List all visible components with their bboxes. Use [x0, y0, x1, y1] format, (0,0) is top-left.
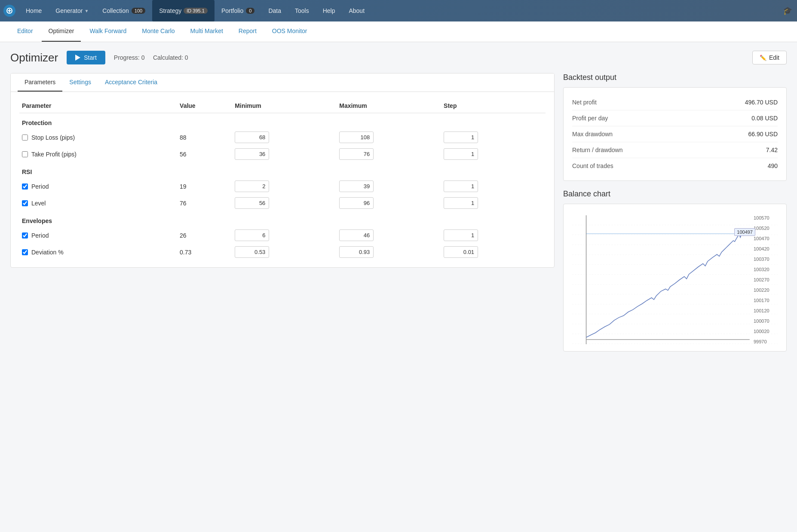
nav-data[interactable]: Data: [261, 0, 288, 21]
portfolio-badge: 0: [246, 8, 254, 14]
panel-tab-settings[interactable]: Settings: [62, 73, 98, 92]
col-value: Value: [177, 99, 232, 113]
param-max-input[interactable]: [339, 131, 374, 143]
strategy-id-badge: ID 395.1: [184, 8, 208, 14]
param-max-cell: [337, 244, 441, 260]
tab-report[interactable]: Report: [232, 21, 264, 42]
play-icon: [75, 55, 80, 61]
backtest-title: Backtest output: [563, 73, 787, 82]
table-row: Stop Loss (pips) 88: [19, 129, 546, 146]
param-min-input[interactable]: [235, 197, 269, 209]
param-step-input[interactable]: [444, 229, 478, 241]
col-parameter: Parameter: [19, 99, 177, 113]
param-name-cell: Take Profit (pips): [19, 146, 177, 162]
chart-y-label: 100570: [754, 215, 776, 220]
param-min-input[interactable]: [235, 148, 269, 160]
backtest-row: Return / drawdown 7.42: [572, 142, 778, 158]
home-circle-icon[interactable]: [3, 5, 15, 17]
chart-y-label: 100070: [754, 318, 776, 324]
panel-tabs: Parameters Settings Acceptance Criteria: [11, 73, 554, 92]
param-max-input[interactable]: [339, 148, 374, 160]
param-value-cell: 88: [177, 129, 232, 146]
backtest-panel: Net profit 496.70 USD Profit per day 0.0…: [563, 87, 787, 181]
backtest-value: 0.08 USD: [751, 115, 778, 122]
backtest-value: 7.42: [766, 147, 778, 153]
chart-y-label: 100470: [754, 236, 776, 241]
param-step-cell: [441, 227, 546, 244]
param-checkbox[interactable]: [22, 183, 28, 190]
backtest-label: Profit per day: [572, 115, 608, 122]
user-icon: 🎓: [782, 5, 794, 17]
param-max-input[interactable]: [339, 229, 374, 241]
table-row: Deviation % 0.73: [19, 244, 546, 260]
param-min-input[interactable]: [235, 180, 269, 192]
param-min-cell: [232, 178, 337, 195]
param-step-input[interactable]: [444, 148, 478, 160]
backtest-label: Return / drawdown: [572, 147, 623, 153]
chart-y-label: 100270: [754, 277, 776, 282]
param-step-input[interactable]: [444, 197, 478, 209]
backtest-label: Net profit: [572, 99, 597, 106]
param-min-cell: [232, 244, 337, 260]
tab-editor[interactable]: Editor: [10, 21, 40, 42]
param-checkbox[interactable]: [22, 232, 28, 238]
param-max-input[interactable]: [339, 180, 374, 192]
backtest-row: Count of trades 490: [572, 158, 778, 174]
param-min-cell: [232, 146, 337, 162]
backtest-value: 496.70 USD: [745, 99, 778, 106]
nav-home[interactable]: Home: [19, 0, 49, 21]
chart-y-label: 99970: [754, 339, 776, 344]
panel-body: Parameter Value Minimum Maximum Step Pro…: [11, 92, 554, 267]
param-max-input[interactable]: [339, 246, 374, 258]
nav-about[interactable]: About: [342, 0, 371, 21]
param-step-cell: [441, 178, 546, 195]
progress-text: Progress: 0 Calculated: 0: [114, 54, 188, 61]
param-checkbox[interactable]: [22, 249, 28, 255]
chart-y-label: 100370: [754, 257, 776, 262]
col-minimum: Minimum: [232, 99, 337, 113]
tab-multi-market[interactable]: Multi Market: [184, 21, 230, 42]
nav-tools[interactable]: Tools: [288, 0, 316, 21]
param-step-input[interactable]: [444, 180, 478, 192]
param-name-cell: Deviation %: [19, 244, 177, 260]
param-value-cell: 76: [177, 195, 232, 211]
panel-tab-parameters[interactable]: Parameters: [18, 73, 62, 92]
param-step-cell: [441, 195, 546, 211]
param-min-input[interactable]: [235, 246, 269, 258]
param-max-input[interactable]: [339, 197, 374, 209]
param-name-cell: Level: [19, 195, 177, 211]
nav-help[interactable]: Help: [316, 0, 342, 21]
table-row: Period 19: [19, 178, 546, 195]
param-checkbox[interactable]: [22, 151, 28, 157]
balance-chart-title: Balance chart: [563, 190, 787, 199]
tab-oos-monitor[interactable]: OOS Monitor: [265, 21, 314, 42]
param-min-input[interactable]: [235, 229, 269, 241]
nav-generator[interactable]: Generator ▼: [49, 0, 95, 21]
col-step: Step: [441, 99, 546, 113]
section-header-rsi: RSI: [19, 162, 546, 178]
param-step-input[interactable]: [444, 131, 478, 143]
edit-icon: ✏️: [760, 55, 766, 61]
nav-portfolio[interactable]: Portfolio 0: [215, 0, 261, 21]
balance-chart-panel: 1005701005201004701004201003701003201002…: [563, 204, 787, 352]
panel-tab-acceptance[interactable]: Acceptance Criteria: [98, 73, 164, 92]
nav-strategy[interactable]: Strategy ID 395.1: [152, 0, 215, 21]
backtest-value: 66.90 USD: [748, 131, 778, 138]
edit-button[interactable]: ✏️ Edit: [752, 51, 787, 64]
backtest-row: Max drawdown 66.90 USD: [572, 126, 778, 142]
param-checkbox[interactable]: [22, 135, 28, 141]
tab-monte-carlo[interactable]: Monte Carlo: [135, 21, 181, 42]
param-value-cell: 56: [177, 146, 232, 162]
tab-optimizer[interactable]: Optimizer: [42, 21, 81, 42]
nav-collection[interactable]: Collection 100: [95, 0, 152, 21]
backtest-label: Max drawdown: [572, 131, 613, 138]
generator-dropdown-icon: ▼: [84, 9, 89, 13]
tab-walk-forward[interactable]: Walk Forward: [83, 21, 133, 42]
param-min-input[interactable]: [235, 131, 269, 143]
sub-nav: Editor Optimizer Walk Forward Monte Carl…: [0, 21, 797, 42]
param-step-input[interactable]: [444, 246, 478, 258]
start-button[interactable]: Start: [67, 51, 105, 64]
param-checkbox[interactable]: [22, 200, 28, 206]
top-nav: Home Generator ▼ Collection 100 Strategy…: [0, 0, 797, 21]
left-column: Parameters Settings Acceptance Criteria …: [10, 73, 555, 268]
